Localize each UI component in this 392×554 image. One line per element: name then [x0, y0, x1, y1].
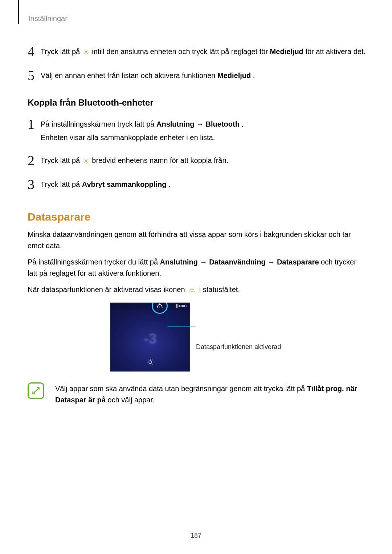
gear-icon: [83, 49, 89, 56]
header-left-bar: [18, 0, 19, 24]
svg-point-4: [149, 361, 152, 364]
callout-datasaver-active: Datasparfunktionen aktiverad: [196, 323, 283, 351]
arrow: →: [196, 120, 206, 128]
datasaver-icon: [188, 287, 196, 294]
bold-text: Avbryt sammankoppling: [82, 180, 167, 188]
paragraph: Minska dataanvändningen genom att förhin…: [28, 229, 366, 251]
svg-point-0: [85, 51, 87, 53]
text: .: [253, 71, 255, 79]
text: i statusfältet.: [199, 286, 240, 294]
svg-point-1: [85, 160, 87, 162]
bold-text: Anslutning: [156, 120, 194, 128]
step-5: 5 Välj en annan enhet från listan och ak…: [28, 69, 366, 82]
step-number: 4: [28, 45, 41, 58]
step-number: 1: [28, 117, 41, 131]
text: .: [168, 180, 171, 188]
subheading-koppla: Koppla från Bluetooth-enheter: [28, 98, 366, 108]
page-number: 187: [0, 532, 392, 539]
step-number: 3: [28, 177, 41, 191]
note-block: Välj appar som ska använda data utan beg…: [28, 382, 366, 406]
section-breadcrumb: Inställningar: [28, 15, 366, 23]
brightness-sun-icon: [146, 358, 155, 366]
bold-text: Medieljud: [270, 48, 303, 56]
note-text: Välj appar som ska använda data utan beg…: [55, 382, 366, 406]
step-body: Tryck lätt på intill den anslutna enhete…: [41, 45, 366, 57]
step-b2: 2 Tryck lätt på bredvid enhetens namn fö…: [28, 153, 366, 167]
text: .: [241, 120, 244, 128]
text: Tryck lätt på: [41, 180, 82, 188]
text: Tryck lätt på: [41, 48, 82, 56]
step-4: 4 Tryck lätt på intill den anslutna enhe…: [28, 45, 366, 58]
step-body: Tryck lätt på bredvid enhetens namn för …: [41, 153, 228, 166]
bold-text: Bluetooth: [206, 120, 240, 128]
text: Välj appar som ska använda data utan beg…: [55, 385, 307, 393]
text: När datasparfunktionen är aktiverad visa…: [28, 286, 187, 294]
sub-text: Enheten visar alla sammankopplade enhete…: [41, 132, 244, 143]
text: Välj en annan enhet från listan och akti…: [41, 71, 217, 79]
step-number: 5: [28, 69, 41, 82]
step-body: Välj en annan enhet från listan och akti…: [41, 69, 255, 81]
text: och välj appar.: [108, 396, 155, 404]
leader-line-h: [168, 327, 195, 327]
text: Tryck lätt på: [41, 156, 82, 164]
figure-datasaver: -3 Datasparfunktionen aktiverad: [28, 303, 366, 372]
device-status-icons: [176, 304, 187, 308]
text: intill den anslutna enheten och tryck lä…: [92, 48, 270, 56]
text: På inställningsskärmen trycker du lätt p…: [28, 258, 160, 266]
paragraph: På inställningsskärmen trycker du lätt p…: [28, 257, 366, 279]
datasaver-status-highlight: [152, 303, 168, 314]
manual-page: Inställningar 4 Tryck lätt på intill den…: [0, 0, 392, 554]
bold-text: Anslutning: [160, 258, 198, 266]
phone-screenshot: -3: [110, 303, 190, 372]
arrow: →: [200, 258, 209, 266]
step-body: Tryck lätt på Avbryt sammankoppling .: [41, 177, 171, 190]
brightness-value: -3: [144, 330, 157, 346]
bold-text: Dataanvändning: [209, 258, 266, 266]
step-b1: 1 På inställningsskärmen tryck lätt på A…: [28, 117, 366, 143]
bold-text: Datasparare: [277, 258, 319, 266]
text: bredvid enhetens namn för att koppla frå…: [92, 156, 228, 164]
gear-icon: [83, 158, 89, 164]
text: för att aktivera det.: [305, 48, 366, 56]
note-icon: [28, 382, 44, 399]
text: På inställningsskärmen tryck lätt på: [41, 120, 156, 128]
step-number: 2: [28, 153, 41, 167]
arrow: →: [268, 258, 277, 266]
heading-datasparare: Datasparare: [28, 211, 366, 223]
leader-line-v: [168, 306, 168, 327]
step-b3: 3 Tryck lätt på Avbryt sammankoppling .: [28, 177, 366, 191]
bold-text: Medieljud: [217, 71, 251, 79]
paragraph: När datasparfunktionen är aktiverad visa…: [28, 284, 366, 295]
step-body: På inställningsskärmen tryck lätt på Ans…: [41, 117, 244, 143]
